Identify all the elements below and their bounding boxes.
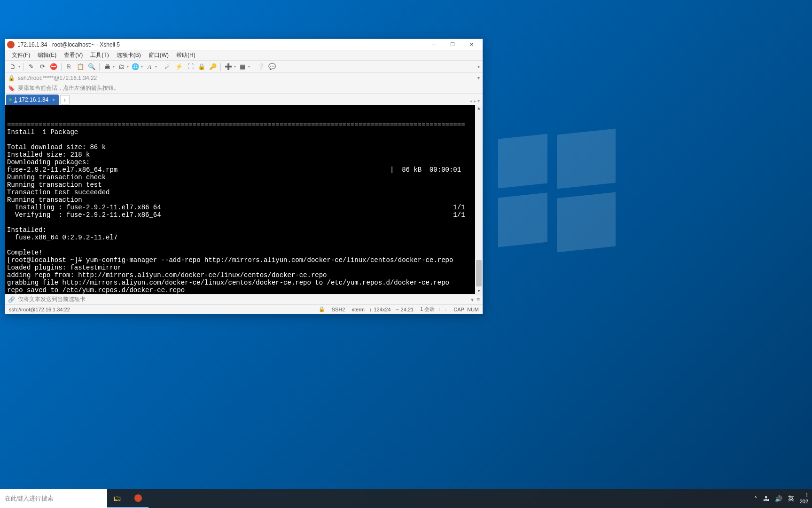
menu-view[interactable]: 查看(V) xyxy=(60,50,86,60)
taskbar-xshell-icon[interactable] xyxy=(128,489,148,508)
xagent-icon[interactable]: ⚡ xyxy=(174,62,184,71)
tab-close-icon[interactable]: × xyxy=(52,97,55,103)
status-connection: ssh://root@172.16.1.34:22 xyxy=(9,307,319,312)
system-tray[interactable]: ˄ 🖧 🔊 英 1 202 xyxy=(750,492,812,505)
app-icon xyxy=(7,41,15,48)
status-sessions: 1 会话 xyxy=(420,306,435,313)
xshell-window: 172.16.1.34 - root@localhost:~ - Xshell … xyxy=(5,39,483,314)
tab-add-button[interactable]: + xyxy=(60,95,70,104)
layout-icon[interactable]: ▦ xyxy=(238,62,247,71)
lock-icon[interactable]: 🔒 xyxy=(197,62,206,71)
tab-nav-controls[interactable]: ◂ ▸ ▾ xyxy=(470,98,480,103)
tray-up-icon[interactable]: ˄ xyxy=(754,495,757,502)
up-arrow-icon: ↑ xyxy=(438,307,441,312)
tray-ime[interactable]: 英 xyxy=(788,494,794,503)
windows-logo-bg xyxy=(557,132,665,249)
taskbar-search[interactable]: 在此键入进行搜索 xyxy=(0,489,107,508)
hint-text: 要添加当前会话，点击左侧的箭头按钮。 xyxy=(18,84,119,92)
tray-clock[interactable]: 1 202 xyxy=(800,492,808,505)
close-button[interactable]: ✕ xyxy=(462,40,481,50)
status-dot-icon xyxy=(9,98,12,101)
toolbar-overflow-icon[interactable]: ▾ xyxy=(477,64,480,69)
maximize-button[interactable]: ☐ xyxy=(443,40,462,50)
minimize-button[interactable]: ─ xyxy=(424,40,443,50)
status-termtype: xterm xyxy=(352,307,365,312)
compose-menu-icon[interactable]: ≡ xyxy=(476,296,480,303)
color-scheme-icon[interactable]: 🌐 xyxy=(131,62,140,71)
lock-small-icon: 🔒 xyxy=(8,75,15,81)
hint-bar: 🔖 要添加当前会话，点击左侧的箭头按钮。 xyxy=(5,83,483,94)
new-file-icon[interactable]: ➕ xyxy=(224,62,233,71)
menubar: 文件(F) 编辑(E) 查看(V) 工具(T) 选项卡(B) 窗口(W) 帮助(… xyxy=(5,50,483,61)
compose-dropdown-icon[interactable]: ▾ xyxy=(471,296,474,303)
lock-tiny-icon: 🔒 xyxy=(319,306,325,312)
find-icon[interactable]: 🔍 xyxy=(87,62,96,71)
menu-edit[interactable]: 编辑(E) xyxy=(34,50,60,60)
link-icon: 🔗 xyxy=(8,296,15,303)
down-arrow-icon: ↓ xyxy=(445,307,447,312)
tab-label: 172.16.1.34 xyxy=(19,96,48,103)
disconnect-icon[interactable]: ⛔ xyxy=(49,62,58,71)
menu-tab[interactable]: 选项卡(B) xyxy=(113,50,145,60)
key-icon[interactable]: 🔑 xyxy=(208,62,218,71)
fullscreen-icon[interactable]: ⛶ xyxy=(186,62,195,71)
terminal-scrollbar[interactable]: ▲ ▼ xyxy=(475,105,483,294)
highlight-icon[interactable]: ☄ xyxy=(163,62,172,71)
print-icon[interactable]: 🖶 xyxy=(102,62,112,71)
titlebar[interactable]: 172.16.1.34 - root@localhost:~ - Xshell … xyxy=(5,39,483,50)
taskbar-explorer-icon[interactable]: 🗂 xyxy=(107,489,128,508)
statusbar: ssh://root@172.16.1.34:22 🔒 SSH2 xterm ↕… xyxy=(5,304,483,314)
toolbar: 🗋▾ ✎ ⟳ ⛔ ⎘ 📋 🔍 🖶▾ 🗂▾ 🌐▾ A▾ ☄ ⚡ ⛶ 🔒 🔑 ➕▾ … xyxy=(5,61,483,73)
help-icon[interactable]: ❔ xyxy=(256,62,265,71)
address-bar[interactable]: 🔒 ssh://root:*****@172.16.1.34:22 ▾ xyxy=(5,73,483,83)
paste-icon[interactable]: 📋 xyxy=(76,62,85,71)
menu-file[interactable]: 文件(F) xyxy=(8,50,34,60)
status-cursor: 24,21 xyxy=(401,307,414,312)
window-title: 172.16.1.34 - root@localhost:~ - Xshell … xyxy=(17,41,424,48)
menu-tools[interactable]: 工具(T) xyxy=(86,50,112,60)
status-cap: CAP xyxy=(453,307,464,312)
chat-icon[interactable]: 💬 xyxy=(267,62,277,71)
terminal-content: ========================================… xyxy=(7,121,481,294)
font-icon[interactable]: A xyxy=(145,62,154,71)
tray-volume-icon[interactable]: 🔊 xyxy=(775,495,782,502)
status-size: 124x24 xyxy=(374,307,391,312)
address-text: ssh://root:*****@172.16.1.34:22 xyxy=(18,75,97,81)
new-session-icon[interactable]: 🗋 xyxy=(8,62,17,71)
scroll-down-icon[interactable]: ▼ xyxy=(475,287,483,294)
menu-window[interactable]: 窗口(W) xyxy=(145,50,172,60)
tray-network-icon[interactable]: 🖧 xyxy=(763,495,769,502)
windows-taskbar[interactable]: 在此键入进行搜索 🗂 ˄ 🖧 🔊 英 1 202 xyxy=(0,489,812,508)
bookmark-icon[interactable]: 🔖 xyxy=(8,85,15,92)
terminal-area[interactable]: ========================================… xyxy=(5,105,483,294)
session-tabbar: 1 172.16.1.34 × + ◂ ▸ ▾ xyxy=(5,94,483,105)
copy-icon[interactable]: ⎘ xyxy=(64,62,74,71)
tab-session-1[interactable]: 1 172.16.1.34 × xyxy=(6,95,59,105)
status-num: NUM xyxy=(467,307,479,312)
tab-number: 1 xyxy=(14,96,17,103)
menu-help[interactable]: 帮助(H) xyxy=(172,50,199,60)
open-icon[interactable]: ✎ xyxy=(26,62,36,71)
scroll-thumb[interactable] xyxy=(476,260,482,286)
addr-dropdown-icon[interactable]: ▾ xyxy=(477,75,480,80)
reconnect-icon[interactable]: ⟳ xyxy=(38,62,47,71)
search-placeholder: 在此键入进行搜索 xyxy=(5,494,54,503)
status-ssh: SSH2 xyxy=(332,307,345,312)
scroll-up-icon[interactable]: ▲ xyxy=(475,105,483,111)
properties-icon[interactable]: 🗂 xyxy=(117,62,126,71)
compose-bar[interactable]: 🔗 仅将文本发送到当前选项卡 ▾ ≡ xyxy=(5,294,483,304)
compose-hint: 仅将文本发送到当前选项卡 xyxy=(18,295,86,303)
